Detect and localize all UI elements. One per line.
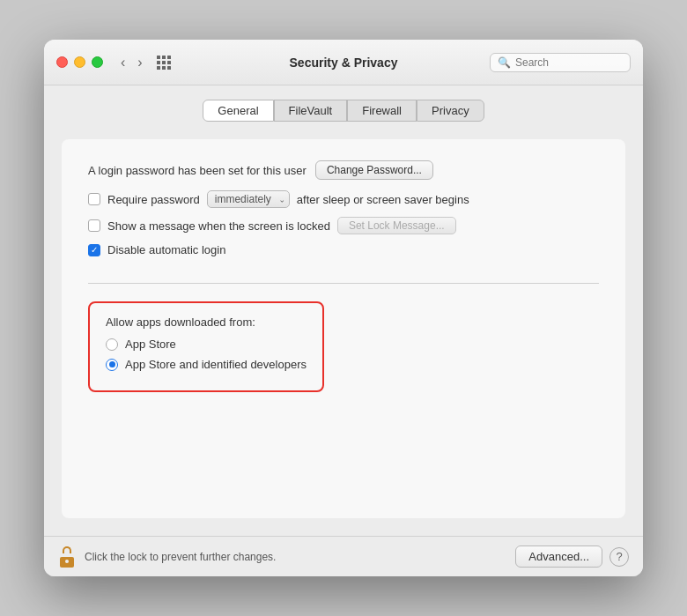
disable-auto-login-label: Disable automatic login — [107, 243, 225, 256]
show-message-row: Show a message when the screen is locked… — [88, 217, 599, 234]
content-area: General FileVault Firewall Privacy A log… — [44, 85, 643, 536]
require-password-suffix: after sleep or screen saver begins — [297, 193, 469, 206]
require-password-checkbox[interactable] — [88, 193, 100, 205]
lock-shackle — [63, 546, 71, 553]
require-password-row: Require password immediately after sleep… — [88, 190, 599, 208]
statusbar-right: Advanced... ? — [515, 545, 629, 568]
apps-grid-icon[interactable] — [157, 56, 171, 70]
lock-keyhole — [65, 560, 69, 563]
main-window: ‹ › Security & Privacy 🔍 General FileVau… — [44, 40, 643, 576]
titlebar: ‹ › Security & Privacy 🔍 — [44, 40, 643, 85]
change-password-button[interactable]: Change Password... — [315, 160, 433, 180]
nav-buttons: ‹ › — [117, 53, 146, 72]
tab-privacy[interactable]: Privacy — [417, 100, 484, 122]
login-password-text: A login password has been set for this u… — [88, 164, 307, 177]
lock-body — [60, 557, 74, 568]
statusbar: Click the lock to prevent further change… — [44, 536, 643, 576]
allow-apps-section: Allow apps downloaded from: App Store Ap… — [88, 301, 324, 392]
statusbar-text: Click the lock to prevent further change… — [85, 551, 506, 563]
disable-auto-login-checkbox[interactable] — [88, 244, 100, 256]
login-password-row: A login password has been set for this u… — [88, 160, 599, 180]
close-button[interactable] — [56, 56, 68, 68]
app-store-label: App Store — [125, 338, 176, 351]
minimize-button[interactable] — [74, 56, 85, 68]
allow-apps-label: Allow apps downloaded from: — [106, 315, 307, 329]
app-store-identified-radio-row: App Store and identified developers — [106, 358, 307, 371]
help-button[interactable]: ? — [609, 547, 629, 567]
app-store-identified-label: App Store and identified developers — [125, 358, 307, 371]
app-store-radio[interactable] — [106, 338, 118, 351]
general-panel: A login password has been set for this u… — [62, 139, 625, 518]
require-password-label: Require password — [107, 193, 200, 206]
set-lock-message-button[interactable]: Set Lock Message... — [337, 217, 456, 234]
tabs: General FileVault Firewall Privacy — [62, 100, 625, 122]
app-store-radio-row: App Store — [106, 338, 307, 351]
back-button[interactable]: ‹ — [117, 53, 129, 72]
maximize-button[interactable] — [92, 56, 103, 68]
search-box[interactable]: 🔍 — [490, 53, 631, 72]
disable-auto-login-row: Disable automatic login — [88, 243, 599, 256]
window-title: Security & Privacy — [290, 56, 398, 70]
password-timing-dropdown[interactable]: immediately — [207, 190, 290, 208]
advanced-button[interactable]: Advanced... — [515, 545, 602, 568]
search-icon: 🔍 — [498, 56, 511, 69]
show-message-label: Show a message when the screen is locked — [107, 219, 330, 233]
divider — [88, 283, 599, 284]
lock-icon[interactable] — [58, 546, 76, 568]
app-store-identified-radio[interactable] — [106, 359, 118, 371]
show-message-checkbox[interactable] — [88, 219, 100, 232]
forward-button[interactable]: › — [134, 53, 145, 72]
tab-filevault[interactable]: FileVault — [274, 100, 348, 122]
traffic-lights — [56, 56, 103, 68]
search-input[interactable] — [515, 56, 623, 69]
tab-firewall[interactable]: Firewall — [347, 100, 417, 122]
tab-general[interactable]: General — [203, 100, 273, 122]
